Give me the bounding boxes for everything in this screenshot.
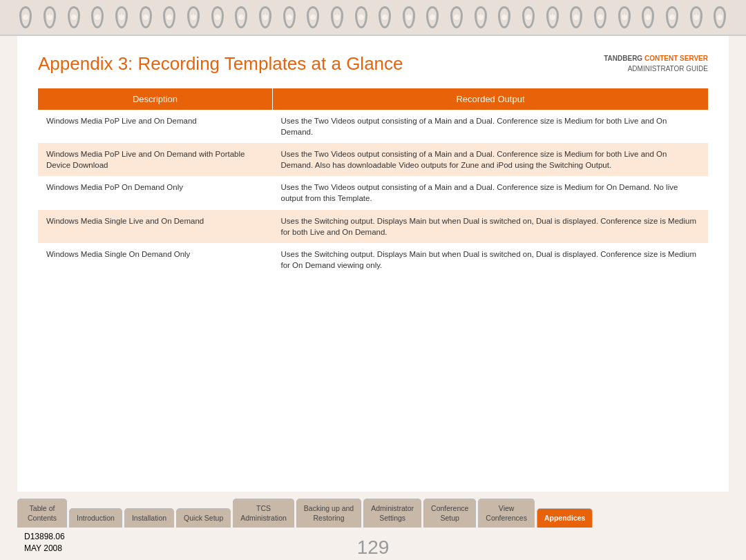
spiral-ring (19, 6, 32, 28)
spiral-ring (307, 6, 319, 28)
bottom-section: Table of ContentsIntroductionInstallatio… (0, 499, 746, 560)
spiral-ring (379, 6, 391, 28)
page-number: 129 (357, 537, 390, 559)
cell-description: Windows Media Single On Demand Only (38, 243, 273, 276)
brand-guide: ADMINISTRATOR GUIDE (604, 64, 708, 74)
nav-tab-8[interactable]: View Conferences (478, 499, 535, 528)
spiral-ring (666, 6, 678, 28)
table-header-row: Description Recorded Output (38, 88, 708, 110)
spiral-ring (44, 6, 56, 28)
nav-tab-5[interactable]: Backing up and Restoring (296, 499, 361, 528)
spiral-binding (0, 0, 746, 36)
cell-description: Windows Media PoP Live and On Demand (38, 110, 273, 143)
spiral-ring (570, 6, 582, 28)
page-header: Appendix 3: Recording Templates at a Gla… (38, 53, 708, 75)
spiral-ring (163, 6, 175, 28)
spiral-ring (355, 6, 367, 28)
spiral-ring (235, 6, 247, 28)
navigation-tabs: Table of ContentsIntroductionInstallatio… (0, 499, 746, 528)
nav-tab-1[interactable]: Introduction (69, 508, 122, 528)
recording-templates-table: Description Recorded Output Windows Medi… (38, 88, 708, 276)
spiral-ring (498, 6, 510, 28)
spiral-ring (475, 6, 487, 28)
spiral-ring (642, 6, 654, 28)
page-title: Appendix 3: Recording Templates at a Gla… (38, 53, 403, 75)
nav-tab-6[interactable]: Administrator Settings (363, 499, 421, 528)
col-description: Description (38, 88, 273, 110)
spiral-ring (187, 6, 200, 28)
spiral-ring (618, 6, 631, 28)
table-row: Windows Media Single On Demand OnlyUses … (38, 243, 708, 276)
nav-tab-0[interactable]: Table of Contents (17, 499, 67, 528)
spiral-ring (690, 6, 702, 28)
spiral-ring (68, 6, 80, 28)
cell-output: Uses the Two Videos output consisting of… (273, 143, 709, 176)
nav-tab-7[interactable]: Conference Setup (423, 499, 476, 528)
spiral-ring (594, 6, 606, 28)
footer: D13898.06 MAY 2008 129 (0, 528, 746, 560)
brand-product: CONTENT SERVER (644, 55, 708, 62)
spiral-ring (283, 6, 296, 28)
spiral-ring (331, 6, 343, 28)
col-output: Recorded Output (273, 88, 709, 110)
table-row: Windows Media PoP Live and On Demand wit… (38, 143, 708, 176)
nav-tab-3[interactable]: Quick Setup (176, 508, 231, 528)
spiral-ring (450, 6, 463, 28)
brand-info: TANDBERG CONTENT SERVER ADMINISTRATOR GU… (604, 53, 708, 74)
spiral-ring (426, 6, 439, 28)
spiral-ring (403, 6, 415, 28)
spiral-ring (522, 6, 535, 28)
page-wrapper: Appendix 3: Recording Templates at a Gla… (0, 0, 746, 560)
spiral-ring (115, 6, 128, 28)
cell-output: Uses the Switching output. Displays Main… (273, 243, 709, 276)
spiral-ring (211, 6, 224, 28)
table-row: Windows Media PoP Live and On DemandUses… (38, 110, 708, 143)
cell-output: Uses the Switching output. Displays Main… (273, 210, 709, 243)
spiral-ring (259, 6, 271, 28)
nav-tab-2[interactable]: Installation (124, 508, 174, 528)
table-row: Windows Media Single Live and On DemandU… (38, 210, 708, 243)
table-row: Windows Media PoP On Demand OnlyUses the… (38, 176, 708, 209)
doc-date: MAY 2008 (24, 543, 65, 554)
cell-description: Windows Media PoP On Demand Only (38, 176, 273, 209)
cell-output: Uses the Two Videos output consisting of… (273, 176, 709, 209)
cell-description: Windows Media Single Live and On Demand (38, 210, 273, 243)
cell-output: Uses the Two Videos output consisting of… (273, 110, 709, 143)
brand-line: TANDBERG CONTENT SERVER (604, 53, 708, 64)
doc-id: D13898.06 (24, 531, 65, 543)
doc-number: D13898.06 MAY 2008 (24, 531, 65, 554)
nav-tab-9[interactable]: Appendices (537, 508, 593, 528)
spiral-ring (714, 6, 726, 28)
main-content: Appendix 3: Recording Templates at a Gla… (17, 36, 729, 492)
spiral-ring (140, 6, 152, 28)
cell-description: Windows Media PoP Live and On Demand wit… (38, 143, 273, 176)
brand-tandberg: TANDBERG (604, 55, 642, 62)
spiral-ring (546, 6, 559, 28)
nav-tab-4[interactable]: TCS Administration (233, 499, 294, 528)
spiral-ring (91, 6, 104, 28)
